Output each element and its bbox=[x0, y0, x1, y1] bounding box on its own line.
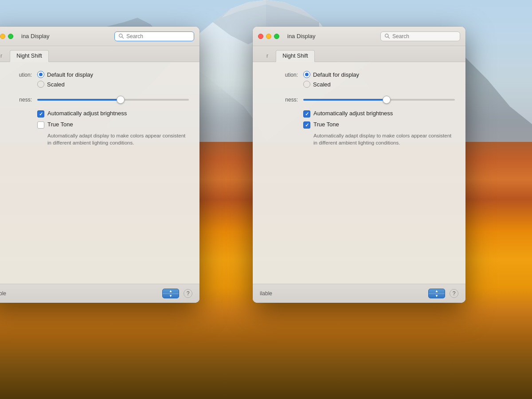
left-minimize-button[interactable] bbox=[0, 34, 5, 39]
left-true-tone-checkbox[interactable] bbox=[37, 121, 44, 129]
right-auto-brightness-checkbox[interactable]: ✓ bbox=[303, 110, 310, 117]
right-radio-default[interactable]: Default for display bbox=[303, 71, 455, 78]
right-auto-brightness-label: Automatically adjust brightness bbox=[313, 110, 393, 117]
left-radio-default-dot bbox=[39, 73, 43, 76]
left-tabs-bar: r Night Shift bbox=[0, 46, 200, 62]
right-tabs-bar: r Night Shift bbox=[253, 46, 466, 62]
right-brightness-label: ness: bbox=[263, 97, 303, 103]
left-tab-display[interactable]: r bbox=[0, 50, 9, 62]
right-minimize-button[interactable] bbox=[266, 34, 271, 39]
right-search-box[interactable] bbox=[380, 31, 460, 41]
left-brightness-slider[interactable] bbox=[37, 99, 189, 101]
left-stepper-down[interactable]: ▼ bbox=[163, 294, 179, 298]
right-slider-fill bbox=[303, 99, 387, 101]
right-true-tone-description: Automatically adapt display to make colo… bbox=[303, 132, 455, 146]
left-radio-scaled-label: Scaled bbox=[47, 81, 65, 88]
right-true-tone-checkbox[interactable]: ✓ bbox=[303, 121, 310, 129]
left-maximize-button[interactable] bbox=[8, 34, 13, 39]
left-auto-brightness-row[interactable]: ✓ Automatically adjust brightness bbox=[37, 110, 189, 117]
right-radio-scaled[interactable]: Scaled bbox=[303, 81, 455, 88]
left-brightness-label: ness: bbox=[0, 97, 37, 103]
svg-line-10 bbox=[388, 37, 389, 38]
right-display-count: ilable bbox=[260, 290, 272, 297]
left-radio-default-btn[interactable] bbox=[37, 71, 44, 78]
right-slider-track-right bbox=[387, 99, 455, 101]
left-auto-brightness-label: Automatically adjust brightness bbox=[47, 110, 127, 117]
left-search-icon bbox=[118, 33, 124, 39]
left-true-tone-description: Automatically adapt display to make colo… bbox=[37, 132, 189, 146]
left-bottom-bar: ilable ▲ ▼ ? bbox=[0, 284, 200, 303]
left-radio-default-label: Default for display bbox=[47, 71, 93, 78]
left-resolution-label: ution: bbox=[0, 71, 37, 78]
right-true-tone-checkmark: ✓ bbox=[305, 123, 309, 128]
left-preferences-window: ina Display r Night Shift ution: bbox=[0, 27, 200, 303]
right-stepper-down[interactable]: ▼ bbox=[429, 294, 445, 298]
right-search-icon bbox=[384, 33, 390, 39]
left-titlebar: ina Display bbox=[0, 27, 200, 46]
right-radio-default-btn[interactable] bbox=[303, 71, 310, 78]
svg-line-8 bbox=[122, 37, 123, 38]
right-resolution-controls: Default for display Scaled bbox=[303, 71, 455, 90]
right-bottom-bar: ilable ▲ ▼ ? bbox=[253, 284, 466, 303]
left-auto-brightness-checkbox[interactable]: ✓ bbox=[37, 110, 44, 117]
right-search-input[interactable] bbox=[392, 33, 456, 39]
left-display-count: ilable bbox=[0, 290, 6, 297]
left-brightness-row: ness: bbox=[0, 97, 189, 103]
left-window-title: ina Display bbox=[18, 33, 110, 39]
right-maximize-button[interactable] bbox=[274, 34, 279, 39]
right-stepper-up[interactable]: ▲ bbox=[429, 289, 445, 294]
right-titlebar: ina Display bbox=[253, 27, 466, 46]
left-content: ution: Default for display Scaled bbox=[0, 62, 200, 284]
left-slider-fill bbox=[37, 99, 121, 101]
left-radio-scaled-btn[interactable] bbox=[37, 81, 44, 88]
right-help-button[interactable]: ? bbox=[450, 289, 458, 298]
right-auto-brightness-checkmark: ✓ bbox=[305, 112, 309, 117]
right-brightness-slider[interactable] bbox=[303, 99, 455, 101]
right-radio-scaled-label: Scaled bbox=[313, 81, 331, 88]
left-slider-thumb[interactable] bbox=[117, 96, 125, 104]
left-tab-night-shift[interactable]: Night Shift bbox=[10, 50, 49, 62]
right-preferences-window: ina Display r Night Shift ution: bbox=[253, 27, 466, 303]
right-tab-display[interactable]: r bbox=[260, 50, 275, 62]
right-true-tone-label: True Tone bbox=[313, 121, 339, 128]
left-radio-default[interactable]: Default for display bbox=[37, 71, 189, 78]
left-slider-track-right bbox=[121, 99, 189, 101]
right-radio-default-label: Default for display bbox=[313, 71, 359, 78]
right-slider-thumb[interactable] bbox=[383, 96, 391, 104]
left-help-button[interactable]: ? bbox=[184, 289, 192, 298]
right-radio-scaled-btn[interactable] bbox=[303, 81, 310, 88]
right-brightness-row: ness: bbox=[263, 97, 455, 103]
right-window-title: ina Display bbox=[284, 33, 376, 39]
right-auto-brightness-row[interactable]: ✓ Automatically adjust brightness bbox=[303, 110, 455, 117]
right-tab-night-shift[interactable]: Night Shift bbox=[276, 50, 315, 62]
left-search-box[interactable] bbox=[114, 31, 194, 41]
left-search-input[interactable] bbox=[126, 33, 190, 39]
left-stepper-up[interactable]: ▲ bbox=[163, 289, 179, 294]
left-resolution-row: ution: Default for display Scaled bbox=[0, 71, 189, 90]
right-radio-default-dot bbox=[305, 73, 309, 76]
left-true-tone-label: True Tone bbox=[47, 121, 73, 128]
left-panel-wrapper: ina Display r Night Shift ution: bbox=[0, 27, 200, 303]
left-bottom-controls: ▲ ▼ ? bbox=[162, 289, 192, 298]
right-resolution-label: ution: bbox=[263, 71, 303, 78]
left-resolution-controls: Default for display Scaled bbox=[37, 71, 189, 90]
right-stepper[interactable]: ▲ ▼ bbox=[428, 289, 445, 298]
right-true-tone-row[interactable]: ✓ True Tone bbox=[303, 121, 455, 129]
right-traffic-lights bbox=[258, 34, 279, 39]
right-panel-wrapper: ina Display r Night Shift ution: bbox=[253, 27, 466, 303]
right-content: ution: Default for display Scaled bbox=[253, 62, 466, 284]
left-radio-scaled[interactable]: Scaled bbox=[37, 81, 189, 88]
left-stepper[interactable]: ▲ ▼ bbox=[162, 289, 179, 298]
left-true-tone-row[interactable]: True Tone bbox=[37, 121, 189, 129]
left-auto-brightness-checkmark: ✓ bbox=[39, 112, 43, 117]
left-traffic-lights bbox=[0, 34, 13, 39]
right-bottom-controls: ▲ ▼ ? bbox=[428, 289, 458, 298]
right-close-button[interactable] bbox=[258, 34, 263, 39]
right-resolution-row: ution: Default for display Scaled bbox=[263, 71, 455, 90]
